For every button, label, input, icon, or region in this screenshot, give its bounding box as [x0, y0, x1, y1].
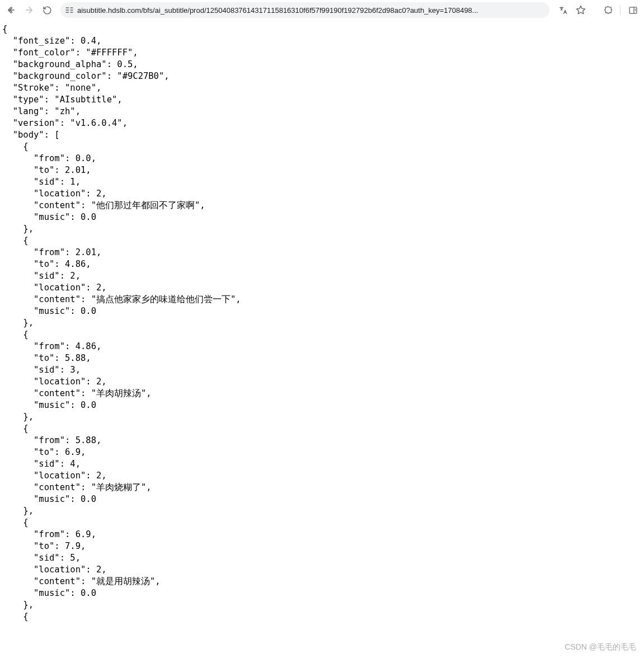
browser-toolbar: aisubtitle.hdslb.com/bfs/ai_subtitle/pro…: [0, 0, 644, 20]
json-content: { "font_size": 0.4, "font_color": "#FFFF…: [0, 20, 644, 626]
star-icon: [576, 5, 586, 15]
translate-button[interactable]: [555, 2, 571, 18]
svg-rect-5: [70, 10, 73, 10]
url-text: aisubtitle.hdslb.com/bfs/ai_subtitle/pro…: [74, 6, 545, 15]
translate-icon: [558, 6, 568, 15]
bookmark-button[interactable]: [573, 2, 589, 18]
address-bar[interactable]: aisubtitle.hdslb.com/bfs/ai_subtitle/pro…: [60, 2, 549, 18]
extensions-button[interactable]: [600, 2, 615, 18]
reload-button[interactable]: [39, 2, 55, 18]
site-info-icon[interactable]: [65, 6, 74, 14]
sidepanel-button[interactable]: [625, 2, 641, 18]
svg-rect-6: [70, 12, 73, 12]
svg-marker-7: [577, 6, 585, 14]
reload-icon: [43, 6, 52, 15]
svg-rect-1: [65, 7, 69, 8]
forward-button[interactable]: [21, 2, 37, 18]
svg-rect-2: [65, 10, 69, 10]
back-button[interactable]: [3, 2, 19, 18]
arrow-left-icon: [6, 5, 16, 15]
svg-rect-3: [65, 12, 69, 12]
watermark: CSDN @毛毛的毛毛: [565, 642, 636, 652]
sidepanel-icon: [628, 6, 638, 15]
arrow-right-icon: [24, 5, 34, 15]
puzzle-icon: [603, 6, 613, 15]
svg-rect-4: [70, 7, 73, 8]
separator: [620, 5, 621, 15]
